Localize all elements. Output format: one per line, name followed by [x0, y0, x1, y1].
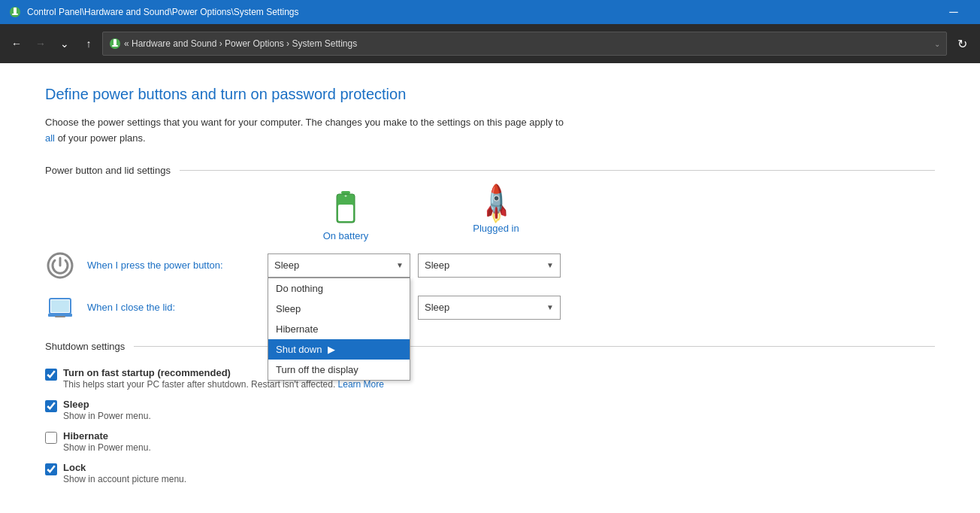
breadcrumb-text: « Hardware and Sound › Power Options › S…: [124, 38, 931, 49]
sleep-content: Sleep Show in Power menu.: [63, 399, 151, 421]
power-battery-dropdown-menu: Do nothing Sleep Hibernate Shut down ▶ T…: [268, 278, 410, 381]
dropdown-option-turn-off-display[interactable]: Turn off the display: [268, 360, 410, 380]
rocket-icon: 🚀: [474, 183, 517, 226]
lock-label[interactable]: Lock: [63, 462, 186, 473]
address-box[interactable]: « Hardware and Sound › Power Options › S…: [102, 32, 947, 56]
svg-rect-1: [14, 8, 17, 14]
svg-rect-4: [113, 39, 116, 45]
lid-pluggedin-dropdown-value: Sleep: [425, 302, 449, 313]
col-on-battery: + On battery: [271, 191, 421, 241]
minimize-button[interactable]: ─: [936, 0, 971, 24]
dropdown-option-hibernate[interactable]: Hibernate: [268, 319, 410, 339]
hibernate-desc: Show in Power menu.: [63, 442, 151, 453]
svg-rect-5: [112, 45, 118, 47]
hibernate-content: Hibernate Show in Power menu.: [63, 430, 151, 453]
forward-button[interactable]: →: [30, 33, 51, 54]
fast-startup-desc: This helps start your PC faster after sh…: [63, 379, 384, 390]
col-plugged-in: 🚀 Plugged in: [421, 191, 571, 241]
desc-part2: of your power plans.: [55, 132, 146, 144]
title-bar: Control Panel\Hardware and Sound\Power O…: [0, 0, 980, 24]
svg-rect-2: [12, 14, 18, 15]
shutdown-section-header: Shutdown settings: [45, 341, 935, 352]
svg-rect-12: [51, 300, 69, 312]
page-title: Define power buttons and turn on passwor…: [45, 86, 935, 103]
title-bar-title: Control Panel\Hardware and Sound\Power O…: [27, 7, 299, 17]
recent-button[interactable]: ⌄: [54, 33, 75, 54]
lid-pluggedin-dropdown-arrow: ▼: [546, 303, 554, 311]
power-pluggedin-dropdown-value: Sleep: [425, 260, 449, 271]
dropdown-option-do-nothing[interactable]: Do nothing: [268, 278, 410, 299]
shutdown-section-label: Shutdown settings: [45, 341, 125, 352]
power-pluggedin-dropdown-container: Sleep ▼: [418, 253, 561, 278]
dropdown-option-sleep[interactable]: Sleep: [268, 299, 410, 319]
back-button[interactable]: ←: [6, 33, 27, 54]
lock-content: Lock Show in account picture menu.: [63, 462, 186, 484]
fast-startup-checkbox[interactable]: [45, 369, 57, 381]
battery-icon: +: [335, 191, 356, 226]
hibernate-row: Hibernate Show in Power menu.: [45, 430, 935, 453]
desc-link[interactable]: all: [45, 132, 55, 144]
power-pluggedin-dropdown-arrow: ▼: [546, 261, 554, 269]
power-button-icon-container: [45, 250, 75, 281]
power-section-header: Power button and lid settings: [45, 165, 935, 176]
lid-icon: [47, 294, 74, 321]
lock-checkbox[interactable]: [45, 463, 57, 475]
power-pluggedin-dropdown[interactable]: Sleep ▼: [418, 253, 561, 278]
lock-row: Lock Show in account picture menu.: [45, 462, 935, 484]
dropdown-option-shut-down[interactable]: Shut down ▶: [268, 339, 410, 360]
sleep-checkbox[interactable]: [45, 400, 57, 412]
address-dropdown-chevron[interactable]: ⌄: [934, 40, 940, 48]
lid-icon-container: [45, 293, 75, 323]
lid-pluggedin-dropdown[interactable]: Sleep ▼: [418, 296, 561, 320]
refresh-button[interactable]: ↻: [950, 32, 974, 56]
power-battery-dropdown-container: Sleep ▼ Do nothing Sleep Hibernate Shut …: [268, 253, 410, 278]
col-on-battery-label: On battery: [323, 230, 369, 241]
sleep-desc: Show in Power menu.: [63, 411, 151, 421]
sleep-label[interactable]: Sleep: [63, 399, 151, 410]
up-button[interactable]: ↑: [78, 33, 99, 54]
power-section-line: [180, 170, 935, 171]
main-content: Define power buttons and turn on passwor…: [0, 63, 980, 513]
hibernate-checkbox[interactable]: [45, 432, 57, 444]
svg-rect-8: [338, 205, 353, 221]
power-button-label: When I press the power button:: [87, 260, 268, 271]
lock-desc: Show in account picture menu.: [63, 474, 186, 484]
title-bar-controls: ─: [936, 0, 971, 24]
address-bar: ← → ⌄ ↑ « Hardware and Sound › Power Opt…: [0, 24, 980, 63]
title-bar-app-icon: [9, 6, 21, 18]
shutdown-section-line: [134, 346, 935, 347]
power-battery-dropdown[interactable]: Sleep ▼: [268, 253, 410, 278]
lid-label: When I close the lid:: [87, 302, 268, 313]
hibernate-label[interactable]: Hibernate: [63, 430, 151, 442]
column-headers: + On battery 🚀 Plugged in: [271, 191, 935, 241]
fast-startup-row: Turn on fast startup (recommended) This …: [45, 367, 935, 390]
power-button-row: When I press the power button: Sleep ▼ D…: [45, 250, 935, 281]
power-battery-dropdown-value: Sleep: [274, 260, 299, 271]
page-description: Choose the power settings that you want …: [45, 115, 571, 147]
fast-startup-learn-more-link[interactable]: Learn More: [338, 379, 384, 390]
power-section-label: Power button and lid settings: [45, 165, 171, 176]
power-battery-dropdown-arrow: ▼: [396, 261, 404, 269]
power-button-icon: [47, 252, 74, 279]
svg-text:+: +: [344, 193, 347, 198]
title-bar-left: Control Panel\Hardware and Sound\Power O…: [9, 6, 299, 18]
sleep-row: Sleep Show in Power menu.: [45, 399, 935, 421]
desc-part1: Choose the power settings that you want …: [45, 117, 564, 128]
lid-row: When I close the lid: Sleep ▼ Sleep ▼: [45, 293, 935, 323]
lid-pluggedin-dropdown-container: Sleep ▼: [418, 296, 561, 320]
address-icon: [109, 38, 121, 50]
